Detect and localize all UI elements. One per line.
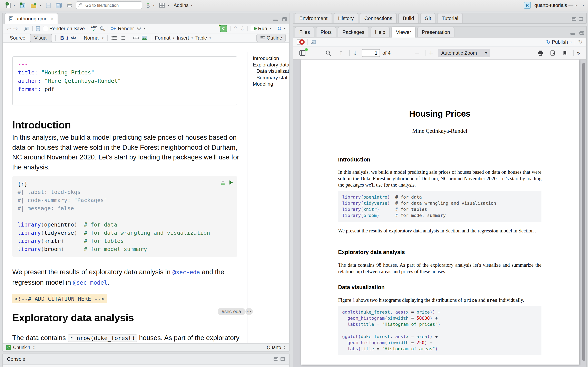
console-header[interactable]: Console — [3, 354, 289, 365]
tab-connections[interactable]: Connections — [360, 13, 397, 23]
version-control-button[interactable]: ▾ — [144, 1, 156, 9]
minimize-pane-icon[interactable] — [273, 20, 278, 21]
tab-files[interactable]: Files — [295, 27, 314, 37]
tab-tutorial[interactable]: Tutorial — [437, 13, 463, 23]
bold-button[interactable]: B — [59, 34, 65, 42]
tab-environment[interactable]: Environment — [295, 13, 332, 23]
save-all-button[interactable] — [54, 2, 63, 9]
tab-packages[interactable]: Packages — [338, 27, 369, 37]
bullet-list-button[interactable] — [110, 35, 118, 41]
italic-button[interactable]: I — [65, 34, 70, 42]
tab-build[interactable]: Build — [398, 13, 419, 23]
workspace-panes-button[interactable]: ▾ — [158, 2, 170, 9]
tab-viewer[interactable]: Viewer — [391, 26, 416, 38]
zoom-level-select[interactable]: Automatic Zoom ▾ — [438, 49, 490, 57]
viewer-maximize-icon[interactable] — [579, 32, 583, 35]
r-code-chunk[interactable]: {r}#| label: load-pkgs#| code-summary: "… — [12, 176, 237, 257]
goto-file-input[interactable] — [85, 2, 135, 8]
new-file-button[interactable]: ▾ — [4, 1, 16, 9]
tab-history[interactable]: History — [334, 13, 358, 23]
pdf-more-tools-button[interactable] — [575, 49, 581, 57]
pdf-search-button[interactable] — [324, 49, 332, 57]
new-project-button[interactable]: R — [18, 1, 27, 9]
pdf-page-input[interactable] — [362, 49, 380, 57]
visual-editor-content[interactable]: ---title: "Housing Prices"author: "Mine … — [3, 52, 289, 343]
publish-button[interactable]: Publish ▾ — [545, 38, 573, 46]
status-chunk-label[interactable]: Chunk 1 — [13, 345, 31, 350]
project-menu-caret-icon[interactable]: ▾ — [582, 4, 584, 7]
rerun-button[interactable]: ▾ — [276, 25, 287, 32]
chunk-next-button[interactable] — [239, 25, 246, 32]
spellcheck-button[interactable]: ABC — [90, 25, 98, 32]
console-restore-icon[interactable] — [274, 358, 277, 361]
image-button[interactable] — [140, 35, 148, 41]
tab-presentation[interactable]: Presentation — [417, 27, 454, 37]
outline-item-modeling[interactable]: Modeling — [247, 81, 289, 87]
forward-button[interactable] — [12, 25, 19, 32]
outline-item-data-visualization[interactable]: Data visualization — [247, 68, 289, 75]
format-menu[interactable]: Format▾ — [154, 34, 176, 42]
paragraph-style-select[interactable]: Normal ▾ — [82, 34, 104, 42]
tab-help[interactable]: Help — [371, 27, 390, 37]
refresh-viewer-button[interactable] — [577, 38, 584, 46]
text-segment: # for model summary — [379, 213, 446, 218]
outline-item-summary-statis-[interactable]: Summary statis… — [247, 75, 289, 81]
tab-label: authoring.qmd — [16, 16, 48, 22]
save-button[interactable] — [44, 2, 52, 9]
chunk-prev-button[interactable] — [232, 25, 239, 32]
pdf-scrollbar[interactable] — [582, 63, 585, 361]
viewer-minimize-icon[interactable] — [571, 33, 575, 35]
link-button[interactable] — [132, 35, 140, 41]
pdf-sidebar-toggle[interactable] — [298, 49, 307, 57]
text-segment: ( — [41, 246, 44, 252]
pdf-viewport[interactable]: Housing Prices Mine Çetinkaya-Rundel Int… — [293, 59, 586, 367]
pdf-page-down-button[interactable] — [351, 49, 359, 57]
mode-updown-icon[interactable] — [283, 345, 286, 350]
code-format-button[interactable]: </> — [69, 34, 77, 42]
table-menu[interactable]: Table▾ — [194, 34, 212, 42]
numbered-list-button[interactable]: 12 — [118, 35, 126, 41]
yaml-front-matter[interactable]: ---title: "Housing Prices"author: "Mine … — [12, 56, 237, 105]
render-settings-button[interactable]: ▾ — [135, 25, 147, 32]
pdf-print-button[interactable] — [536, 49, 545, 57]
find-replace-button[interactable] — [98, 25, 106, 32]
outline-toggle-button[interactable]: Outline — [256, 34, 286, 42]
tab-close-icon[interactable]: ✕ — [51, 17, 53, 21]
save-doc-button[interactable] — [34, 25, 42, 32]
tab-plots[interactable]: Plots — [316, 27, 336, 37]
render-on-save-checkbox[interactable]: Render on Save — [42, 25, 86, 32]
zoom-in-button[interactable] — [427, 49, 435, 57]
env-maximize-icon[interactable] — [579, 17, 583, 21]
pdf-bookmark-button[interactable] — [562, 50, 568, 57]
stop-viewer-button[interactable]: ✕ — [296, 38, 306, 46]
pdf-page-up-button[interactable] — [337, 49, 345, 57]
addins-button[interactable]: Addins ▾ — [172, 2, 194, 9]
status-mode-label[interactable]: Quarto — [267, 345, 281, 350]
insert-menu[interactable]: Insert▾ — [176, 34, 194, 42]
print-button[interactable] — [65, 2, 74, 9]
visual-mode-button[interactable]: Visual — [30, 34, 52, 42]
run-button[interactable]: Run ▾ — [250, 25, 272, 32]
render-button[interactable]: Render — [110, 25, 135, 32]
run-chunks-above-icon[interactable] — [221, 180, 225, 185]
viewer-popout-button[interactable] — [310, 39, 317, 45]
run-chunk-icon[interactable] — [229, 180, 233, 185]
maximize-pane-icon[interactable] — [282, 18, 286, 21]
insert-chunk-button[interactable]: C — [219, 24, 228, 33]
zoom-out-button[interactable] — [414, 49, 421, 57]
env-restore-icon[interactable] — [572, 18, 575, 21]
popout-button[interactable] — [23, 25, 31, 32]
outline-item-introduction[interactable]: Introduction — [247, 55, 289, 62]
outline-item-exploratory-data-[interactable]: Exploratory data … — [247, 62, 289, 68]
source-mode-button[interactable]: Source — [5, 34, 30, 42]
text-segment: ) — [430, 316, 432, 321]
pdf-download-button[interactable] — [549, 49, 557, 57]
goto-file-search[interactable] — [76, 1, 142, 9]
code-line: labs(title = "Histogram of areas") — [342, 346, 537, 352]
open-file-button[interactable]: ▾ — [29, 2, 43, 9]
console-maximize-icon[interactable] — [281, 357, 285, 361]
tab-git[interactable]: Git — [420, 13, 435, 23]
back-button[interactable] — [5, 25, 12, 32]
chunk-nav-updown-icon[interactable] — [33, 345, 35, 350]
tab-authoring-qmd[interactable]: authoring.qmd ✕ — [4, 13, 58, 24]
